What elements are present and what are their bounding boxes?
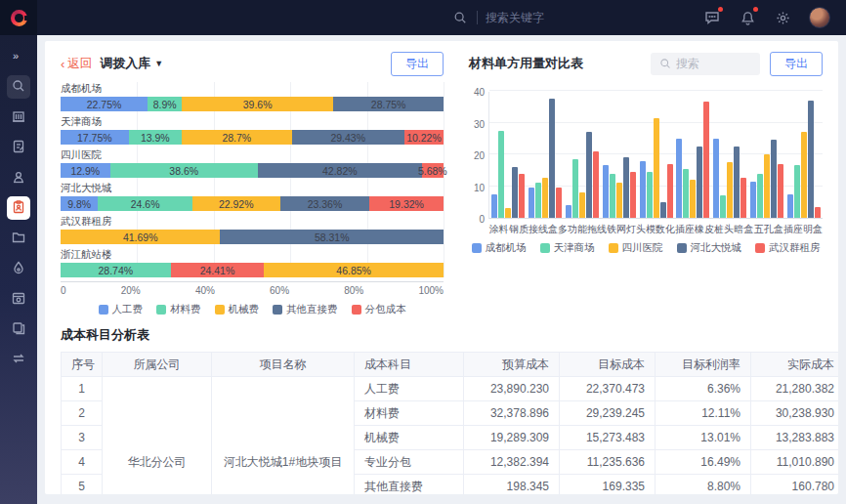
- gear-button[interactable]: [774, 9, 791, 26]
- legend-item[interactable]: 人工费: [99, 303, 144, 316]
- sidebar-item-document-edit[interactable]: [7, 136, 30, 159]
- bar[interactable]: [640, 161, 646, 219]
- bell-button[interactable]: [739, 9, 756, 26]
- bar[interactable]: [616, 183, 622, 218]
- panel-title-dropdown[interactable]: 调拨入库 ▼: [100, 55, 163, 72]
- bar-segment[interactable]: 46.85%: [264, 263, 444, 277]
- bar[interactable]: [491, 194, 497, 218]
- bar[interactable]: [667, 164, 673, 218]
- bar[interactable]: [630, 172, 636, 218]
- bar[interactable]: [535, 183, 541, 218]
- bar-segment[interactable]: 28.75%: [333, 97, 444, 111]
- sidebar-item-folder[interactable]: [7, 227, 30, 250]
- sidebar-item-search[interactable]: [7, 75, 30, 99]
- export-button[interactable]: 导出: [770, 52, 823, 76]
- legend-item[interactable]: 四川医院: [609, 241, 663, 255]
- messages-button[interactable]: [703, 9, 721, 26]
- bar[interactable]: [764, 154, 770, 218]
- bar-segment[interactable]: 19.32%: [369, 196, 444, 211]
- bar[interactable]: [566, 205, 571, 218]
- bar[interactable]: [697, 147, 702, 218]
- legend-item[interactable]: 机械费: [215, 303, 260, 316]
- bar-segment[interactable]: 28.7%: [182, 130, 292, 145]
- bar[interactable]: [549, 99, 555, 218]
- sidebar-item-double-arrow[interactable]: »: [7, 45, 30, 68]
- bar[interactable]: [703, 102, 709, 218]
- bar[interactable]: [683, 169, 689, 218]
- bar[interactable]: [801, 132, 807, 218]
- bar[interactable]: [815, 207, 821, 218]
- bar-segment[interactable]: 24.41%: [171, 263, 265, 277]
- legend-item[interactable]: 材料费: [156, 303, 201, 316]
- sidebar-item-transfer[interactable]: [7, 348, 30, 371]
- bar-segment[interactable]: 17.75%: [61, 130, 129, 145]
- sidebar-item-water-drop[interactable]: [7, 257, 30, 280]
- bar-segment[interactable]: 58.31%: [220, 230, 444, 244]
- bar[interactable]: [734, 147, 740, 218]
- bar[interactable]: [542, 178, 548, 218]
- app-logo[interactable]: [0, 0, 37, 35]
- bar[interactable]: [572, 159, 578, 218]
- bar[interactable]: [610, 174, 615, 219]
- bar[interactable]: [771, 140, 777, 218]
- bar-segment[interactable]: 22.92%: [192, 196, 280, 211]
- bar[interactable]: [529, 188, 534, 218]
- bar-segment[interactable]: 29.43%: [292, 130, 404, 145]
- export-button[interactable]: 导出: [391, 52, 444, 76]
- bar[interactable]: [512, 167, 518, 218]
- bar-segment[interactable]: 12.9%: [61, 163, 110, 178]
- bar[interactable]: [654, 118, 659, 218]
- bar[interactable]: [794, 165, 800, 218]
- bar[interactable]: [519, 174, 525, 219]
- back-button[interactable]: ‹ 返回: [61, 56, 92, 72]
- bar-segment[interactable]: 22.75%: [61, 97, 148, 111]
- sidebar-item-user-badge[interactable]: [7, 166, 30, 189]
- bar-segment[interactable]: 10.22%: [404, 130, 444, 145]
- legend-item[interactable]: 成都机场: [472, 241, 527, 255]
- legend-item[interactable]: 河北大悦城: [677, 241, 742, 255]
- legend-item[interactable]: 分包成本: [352, 303, 406, 316]
- legend-item[interactable]: 其他直接费: [273, 303, 338, 316]
- bar-segment[interactable]: 9.8%: [61, 196, 98, 211]
- sidebar-item-clipboard[interactable]: [7, 196, 30, 220]
- bar[interactable]: [750, 182, 756, 218]
- bar-segment[interactable]: 42.82%: [258, 163, 422, 178]
- bar-segment[interactable]: 38.6%: [110, 163, 258, 178]
- sidebar-item-building[interactable]: [7, 105, 30, 129]
- bar[interactable]: [498, 131, 504, 218]
- bar[interactable]: [720, 195, 726, 218]
- bar[interactable]: [505, 208, 511, 218]
- global-search-input[interactable]: [486, 11, 593, 24]
- bar[interactable]: [740, 178, 746, 218]
- bar-segment[interactable]: 41.69%: [61, 230, 220, 244]
- bar[interactable]: [787, 194, 793, 218]
- bar-segment[interactable]: 13.9%: [129, 130, 182, 145]
- bar[interactable]: [556, 188, 562, 218]
- bar[interactable]: [623, 157, 629, 218]
- bar[interactable]: [603, 165, 609, 218]
- bar[interactable]: [757, 174, 763, 219]
- sidebar-item-copy[interactable]: [7, 317, 30, 341]
- bar[interactable]: [593, 151, 599, 218]
- bar[interactable]: [808, 101, 814, 218]
- bar[interactable]: [727, 162, 733, 218]
- bar-segment[interactable]: 28.74%: [61, 263, 171, 277]
- legend-item[interactable]: 武汉群租房: [755, 241, 821, 255]
- chart-search-input[interactable]: [676, 57, 744, 70]
- bar-segment[interactable]: 24.6%: [98, 196, 191, 211]
- search-icon[interactable]: [451, 9, 469, 26]
- bar-segment[interactable]: 39.6%: [182, 97, 333, 111]
- legend-item[interactable]: 天津商场: [540, 241, 595, 255]
- bar[interactable]: [660, 202, 666, 218]
- bar[interactable]: [690, 180, 696, 218]
- bar[interactable]: [647, 172, 653, 218]
- bar[interactable]: [713, 139, 719, 218]
- bar[interactable]: [778, 164, 783, 218]
- sidebar-item-schedule[interactable]: [7, 287, 30, 311]
- bar-segment[interactable]: 23.36%: [280, 196, 370, 211]
- bar[interactable]: [676, 139, 682, 218]
- user-avatar[interactable]: [809, 7, 830, 28]
- bar[interactable]: [579, 192, 585, 218]
- bar-segment[interactable]: 5.68%: [422, 163, 444, 178]
- bar-segment[interactable]: 8.9%: [148, 97, 182, 111]
